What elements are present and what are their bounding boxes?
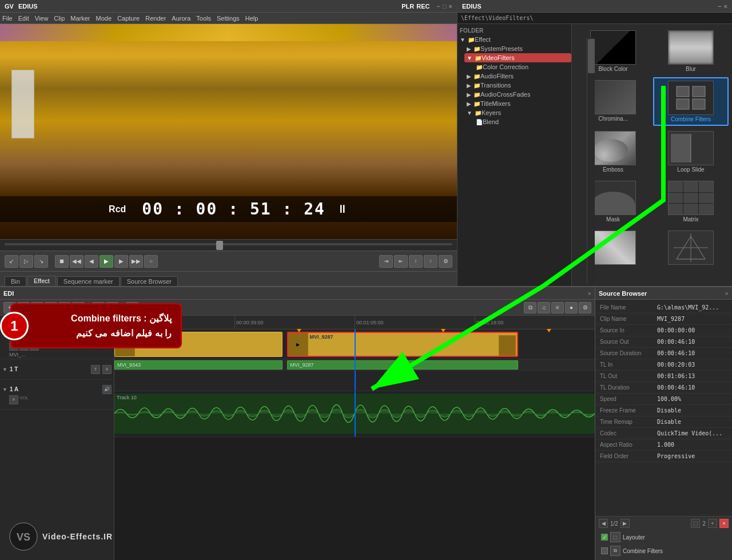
delete-filter-button[interactable]: × — [719, 519, 729, 528]
page-nav-next[interactable]: ▶ — [620, 519, 630, 528]
timeline-ruler[interactable]: 00:00:26:00 00:00:39:00 00:01:05:00 00:0… — [114, 316, 595, 329]
mark-in-button[interactable]: ↙ — [5, 255, 18, 268]
prev-frame-button[interactable]: ◀◀ — [70, 255, 83, 268]
menu-help[interactable]: Help — [245, 15, 258, 22]
effect-misc2[interactable] — [653, 228, 729, 269]
tl-record[interactable]: ● — [565, 302, 578, 313]
effect-combine-filters[interactable]: Combine Filters — [653, 77, 729, 126]
combine-checkbox[interactable] — [601, 547, 608, 554]
tab-bin[interactable]: Bin — [5, 276, 26, 286]
scrubber-handle[interactable] — [216, 241, 223, 250]
menu-tools[interactable]: Tools — [196, 15, 211, 22]
track-a1-expand[interactable]: ▼ — [2, 387, 7, 392]
tab-sequence-marker[interactable]: Sequence marker — [57, 276, 120, 286]
tab-effect[interactable]: Effect — [27, 276, 56, 286]
out-in-button[interactable]: ⇤ — [394, 255, 408, 268]
prop-tl-duration: TL Duration 00:00:46:10 — [595, 382, 732, 394]
mark-out2-button[interactable]: ↑ — [424, 255, 437, 268]
props-close[interactable]: × — [725, 290, 729, 297]
effects-minimize[interactable]: − — [718, 3, 721, 10]
mark-button[interactable]: ▷ — [19, 255, 33, 268]
menu-edit[interactable]: Edit — [18, 15, 29, 22]
menu-mode[interactable]: Mode — [96, 15, 112, 22]
page-nav-prev[interactable]: ◀ — [599, 519, 608, 528]
step-back-button[interactable]: ◀ — [85, 255, 98, 268]
effect-matrix[interactable]: Matrix — [653, 178, 729, 225]
stop-button[interactable]: ⏹ — [55, 255, 69, 268]
menu-settings[interactable]: Settings — [217, 15, 240, 22]
layouter-checkbox[interactable]: ✓ — [601, 534, 608, 541]
tree-video-filters[interactable]: ▼ 📁 VideoFilters — [464, 53, 571, 62]
annotation-line2: را به فیلم اضافه می کنیم — [76, 328, 172, 338]
effects-scrollbar-thumb[interactable] — [588, 39, 595, 73]
mark-in2-button[interactable]: ↑ — [409, 255, 423, 268]
tree-keyers[interactable]: ▼ 📁 Keyers — [464, 108, 571, 117]
prop-source-in: Source In 00:00:00:00 — [595, 325, 732, 336]
tl-mixer[interactable]: ⧉ — [524, 302, 536, 313]
prop-field-order: Field Order Progressive — [595, 451, 732, 462]
close-button[interactable]: × — [449, 3, 452, 10]
tree-transitions[interactable]: ▶ 📁 Transitions — [464, 81, 571, 90]
tl-settings[interactable]: ⚙ — [579, 302, 591, 313]
effect-block-color-label: Block Color — [598, 66, 627, 72]
folder-arrow: ▶ — [467, 46, 471, 52]
menu-aurora[interactable]: Aurora — [172, 15, 190, 22]
tree-blend[interactable]: 📄 Blend — [471, 117, 571, 126]
effect-misc1-thumb — [590, 231, 636, 265]
menu-render[interactable]: Render — [145, 15, 166, 22]
clip-9287-end-thumb — [499, 335, 516, 356]
video-track-row: ▶ MVI_9343 ▶ MVI_9287 — [114, 329, 595, 359]
effect-chromina-thumb — [590, 80, 636, 114]
effect-blur[interactable]: Blur — [653, 27, 729, 75]
settings-transport-button[interactable]: ⚙ — [439, 255, 452, 268]
tree-color-correction[interactable]: 📁 Color Correction — [471, 62, 571, 72]
mark-out-button[interactable]: ↘ — [34, 255, 48, 268]
tree-color-correction-label: Color Correction — [483, 63, 528, 70]
menu-view[interactable]: View — [35, 15, 49, 22]
maximize-button[interactable]: □ — [443, 3, 447, 10]
preview-scrubber[interactable] — [0, 239, 457, 251]
menu-clip[interactable]: Clip — [54, 15, 65, 22]
tree-effect[interactable]: ▼ 📁 Effect — [458, 35, 571, 44]
layouter-icon: ⬚ — [610, 532, 620, 542]
tree-title-mixers[interactable]: ▶ 📁 TitleMixers — [464, 99, 571, 108]
audio-filters-icon: 📁 — [474, 73, 480, 80]
effect-mask-thumb — [590, 181, 636, 215]
annotation-box: 1 پلاگین : Combine filterrs را به فیلم ا… — [10, 303, 182, 348]
track-t1-sync[interactable]: ≡ — [102, 365, 112, 374]
tree-audio-crossfades[interactable]: ▶ 📁 AudioCrossFades — [464, 90, 571, 99]
tree-audio-filters[interactable]: ▶ 📁 AudioFilters — [464, 72, 571, 81]
in-out-button[interactable]: ⇥ — [379, 255, 393, 268]
next-frame-button[interactable]: ▶▶ — [129, 255, 143, 268]
properties-content: File Name G:\almas\MVI_92... Clip Name M… — [595, 300, 732, 516]
clip-mvi-9287[interactable]: ▶ MVI_9287 — [287, 332, 518, 357]
app-name: EDIUS — [18, 3, 38, 10]
transitions-arrow: ▶ — [467, 82, 471, 89]
loop-button[interactable]: ○ — [144, 255, 158, 268]
menu-capture[interactable]: Capture — [117, 15, 140, 22]
crossfades-arrow: ▶ — [467, 92, 471, 98]
track-t1-expand[interactable]: ▼ — [2, 367, 7, 372]
tab-source-browser[interactable]: Source Browser — [121, 276, 178, 286]
effects-close[interactable]: × — [724, 3, 727, 10]
track-a1-mute[interactable]: 🔊 — [102, 385, 112, 394]
effects-scrollbar[interactable] — [587, 38, 595, 284]
track-a1-vol[interactable]: ≡ — [9, 395, 18, 404]
add-filter-button[interactable]: + — [708, 519, 717, 528]
system-presets-icon: 📁 — [474, 46, 480, 52]
menu-marker[interactable]: Marker — [70, 15, 90, 22]
step-fwd-button[interactable]: ▶ — [114, 255, 128, 268]
tl-audio-mixer[interactable]: ♫ — [538, 302, 550, 313]
play-button[interactable]: ▶ — [100, 255, 113, 268]
prop-tl-dur-key: TL Duration — [600, 384, 657, 391]
track-area: 00:00:26:00 00:00:39:00 00:01:05:00 00:0… — [114, 316, 595, 560]
minimize-button[interactable]: − — [436, 3, 440, 10]
tl-level[interactable]: ≡ — [551, 302, 564, 313]
timeline-close[interactable]: × — [588, 290, 591, 297]
video-preview: Rcd 00 : 00 : 51 : 24 ⏸ Cur 00:00:51:24 … — [0, 24, 457, 239]
track-t1-t[interactable]: T — [91, 365, 100, 374]
tree-system-presets[interactable]: ▶ 📁 SystemPresets — [464, 44, 571, 53]
track-a1-vol-label: VOL — [19, 395, 29, 404]
menu-file[interactable]: File — [2, 15, 13, 22]
effect-loop-slide[interactable]: Loop Slide — [653, 128, 729, 176]
